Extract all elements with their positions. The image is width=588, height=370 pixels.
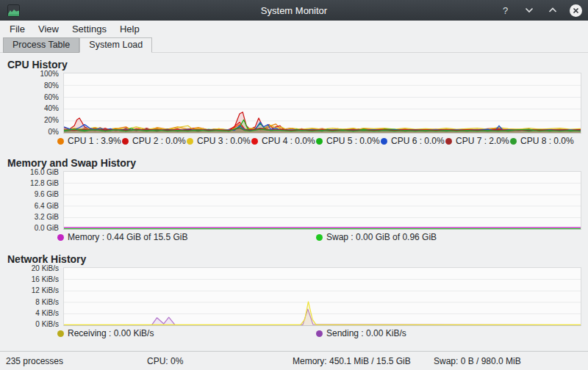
legend-color-dot bbox=[57, 138, 64, 145]
legend-item: Swap : 0.00 GiB of 0.96 GiB bbox=[316, 232, 575, 242]
tabbar: Process Table System Load bbox=[0, 37, 588, 53]
memory-y-axis: 16.0 GiB12.8 GiB9.6 GiB6.4 GiB3.2 GiB0.0… bbox=[0, 171, 63, 230]
y-axis-tick-label: 20 KiB/s bbox=[32, 264, 59, 272]
legend-color-dot bbox=[187, 138, 193, 145]
close-button[interactable] bbox=[570, 4, 582, 17]
legend-color-dot bbox=[57, 330, 64, 337]
legend-item: CPU 1 : 3.9% bbox=[57, 136, 122, 146]
y-axis-tick-label: 60% bbox=[44, 93, 59, 101]
y-axis-tick-label: 0 KiB/s bbox=[35, 320, 59, 328]
status-processes: 235 processes bbox=[6, 356, 63, 366]
y-axis-tick-label: 4 KiB/s bbox=[35, 309, 59, 317]
minimize-button[interactable] bbox=[523, 4, 535, 17]
titlebar[interactable]: System Monitor ? bbox=[0, 0, 588, 21]
legend-label: CPU 6 : 0.0% bbox=[391, 136, 445, 146]
legend-label: CPU 2 : 0.0% bbox=[132, 136, 186, 146]
legend-item: CPU 2 : 0.0% bbox=[122, 136, 187, 146]
tab-system-load[interactable]: System Load bbox=[79, 37, 152, 53]
y-axis-tick-label: 8 KiB/s bbox=[35, 298, 59, 306]
y-axis-tick-label: 16 KiB/s bbox=[32, 275, 59, 283]
y-axis-tick-label: 6.4 GiB bbox=[35, 202, 59, 210]
status-swap: Swap: 0 B / 980.0 MiB bbox=[434, 356, 521, 366]
legend-color-dot bbox=[316, 330, 323, 337]
network-history-section: Network History 20 KiB/s16 KiB/s12 KiB/s… bbox=[0, 253, 588, 338]
legend-item: CPU 7 : 2.0% bbox=[445, 136, 510, 146]
menu-settings[interactable]: Settings bbox=[65, 22, 113, 36]
chevron-up-icon bbox=[548, 7, 557, 13]
memory-swap-legend: Memory : 0.44 GiB of 15.5 GiBSwap : 0.00… bbox=[57, 232, 588, 242]
maximize-button[interactable] bbox=[546, 4, 559, 17]
y-axis-tick-label: 0% bbox=[49, 128, 59, 136]
legend-label: CPU 1 : 3.9% bbox=[68, 136, 121, 146]
y-axis-tick-label: 0.0 GiB bbox=[35, 224, 59, 232]
legend-label: Receiving : 0.00 KiB/s bbox=[68, 328, 154, 338]
legend-label: CPU 3 : 0.0% bbox=[197, 136, 251, 146]
legend-item: Sending : 0.00 KiB/s bbox=[316, 328, 575, 338]
network-legend: Receiving : 0.00 KiB/sSending : 0.00 KiB… bbox=[57, 328, 588, 338]
status-memory: Memory: 450.1 MiB / 15.5 GiB bbox=[293, 356, 411, 366]
chart-canvas bbox=[64, 268, 581, 325]
y-axis-tick-label: 9.6 GiB bbox=[35, 190, 59, 198]
legend-item: Receiving : 0.00 KiB/s bbox=[57, 328, 316, 338]
legend-item: CPU 3 : 0.0% bbox=[187, 136, 251, 146]
legend-color-dot bbox=[316, 138, 323, 145]
legend-color-dot bbox=[445, 138, 452, 145]
menu-file[interactable]: File bbox=[3, 22, 32, 36]
y-axis-tick-label: 12.8 GiB bbox=[30, 179, 59, 187]
chart-canvas bbox=[64, 73, 581, 133]
y-axis-tick-label: 40% bbox=[44, 104, 59, 112]
memory-swap-chart[interactable] bbox=[63, 171, 581, 230]
menu-view[interactable]: View bbox=[32, 22, 65, 36]
cpu-history-section: CPU History 100%80%60%40%20%0% CPU 1 : 3… bbox=[0, 59, 588, 146]
legend-label: CPU 5 : 0.0% bbox=[326, 136, 380, 146]
legend-item: CPU 4 : 0.0% bbox=[251, 136, 316, 146]
memory-swap-heading: Memory and Swap History bbox=[7, 157, 588, 169]
tab-process-table[interactable]: Process Table bbox=[3, 37, 79, 53]
legend-item: Memory : 0.44 GiB of 15.5 GiB bbox=[57, 232, 316, 242]
system-load-page: CPU History 100%80%60%40%20%0% CPU 1 : 3… bbox=[0, 53, 588, 351]
chart-canvas bbox=[64, 172, 581, 229]
y-axis-tick-label: 16.0 GiB bbox=[30, 168, 59, 176]
legend-color-dot bbox=[122, 138, 129, 145]
legend-label: CPU 8 : 0.0% bbox=[520, 136, 574, 146]
y-axis-tick-label: 3.2 GiB bbox=[35, 213, 59, 221]
y-axis-tick-label: 12 KiB/s bbox=[32, 286, 59, 294]
y-axis-tick-label: 100% bbox=[40, 70, 59, 78]
legend-color-dot bbox=[251, 138, 258, 145]
legend-label: Memory : 0.44 GiB of 15.5 GiB bbox=[68, 232, 187, 242]
window-controls: ? bbox=[499, 4, 582, 17]
help-button[interactable]: ? bbox=[499, 4, 512, 17]
y-axis-tick-label: 20% bbox=[44, 116, 59, 124]
legend-color-dot bbox=[510, 138, 517, 145]
close-icon bbox=[573, 7, 579, 14]
network-history-chart[interactable] bbox=[63, 267, 581, 326]
network-y-axis: 20 KiB/s16 KiB/s12 KiB/s8 KiB/s4 KiB/s0 … bbox=[0, 267, 63, 326]
legend-color-dot bbox=[316, 234, 323, 241]
legend-color-dot bbox=[381, 138, 387, 145]
cpu-history-heading: CPU History bbox=[7, 59, 588, 70]
menubar: File View Settings Help bbox=[0, 21, 588, 37]
legend-color-dot bbox=[57, 234, 64, 241]
legend-item: CPU 5 : 0.0% bbox=[316, 136, 381, 146]
network-history-heading: Network History bbox=[7, 253, 588, 265]
menu-help[interactable]: Help bbox=[113, 22, 146, 36]
chevron-down-icon bbox=[525, 7, 534, 13]
cpu-y-axis: 100%80%60%40%20%0% bbox=[0, 73, 63, 134]
legend-label: CPU 4 : 0.0% bbox=[262, 136, 315, 146]
memory-swap-section: Memory and Swap History 16.0 GiB12.8 GiB… bbox=[0, 157, 588, 242]
cpu-history-chart[interactable] bbox=[63, 73, 581, 134]
system-monitor-window: System Monitor ? File View Settin bbox=[0, 0, 588, 370]
legend-item: CPU 8 : 0.0% bbox=[510, 136, 575, 146]
legend-label: Swap : 0.00 GiB of 0.96 GiB bbox=[326, 232, 437, 242]
legend-item: CPU 6 : 0.0% bbox=[381, 136, 445, 146]
statusbar: 235 processes CPU: 0% Memory: 450.1 MiB … bbox=[0, 351, 588, 370]
legend-label: Sending : 0.00 KiB/s bbox=[326, 328, 406, 338]
y-axis-tick-label: 80% bbox=[44, 81, 59, 90]
cpu-legend: CPU 1 : 3.9%CPU 2 : 0.0%CPU 3 : 0.0%CPU … bbox=[57, 136, 588, 146]
legend-label: CPU 7 : 2.0% bbox=[456, 136, 509, 146]
status-cpu: CPU: 0% bbox=[147, 356, 183, 366]
